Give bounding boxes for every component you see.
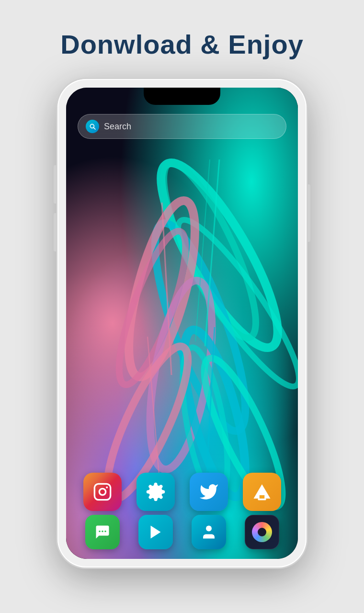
search-icon <box>86 120 99 133</box>
svg-rect-18 <box>94 484 110 499</box>
svg-point-29 <box>206 526 212 532</box>
phone-notch <box>144 88 220 105</box>
svg-point-27 <box>104 531 106 533</box>
app-dock-row1 <box>66 473 298 511</box>
svg-marker-28 <box>150 526 160 539</box>
app-icon-twitter[interactable] <box>190 473 228 511</box>
svg-rect-23 <box>259 495 264 499</box>
svg-line-17 <box>94 128 95 129</box>
svg-point-26 <box>102 531 103 533</box>
search-bar[interactable]: Search <box>78 114 286 139</box>
app-icon-camera[interactable] <box>245 515 279 549</box>
page-title: Donwload & Enjoy <box>60 29 304 60</box>
svg-point-25 <box>99 531 101 533</box>
svg-point-20 <box>106 487 108 488</box>
app-icon-instagram[interactable] <box>83 473 122 511</box>
phone-screen: Search <box>66 88 298 559</box>
app-icon-vlc[interactable] <box>243 473 281 511</box>
app-dock-row2 <box>66 515 298 549</box>
app-icon-contacts[interactable] <box>192 515 226 549</box>
search-placeholder: Search <box>104 122 278 132</box>
app-icon-messages[interactable] <box>85 515 120 549</box>
app-icon-settings[interactable] <box>136 473 175 511</box>
app-icon-playstore[interactable] <box>138 515 173 549</box>
svg-rect-24 <box>258 499 266 500</box>
phone-mockup: Search <box>57 79 307 568</box>
svg-point-19 <box>99 488 105 495</box>
